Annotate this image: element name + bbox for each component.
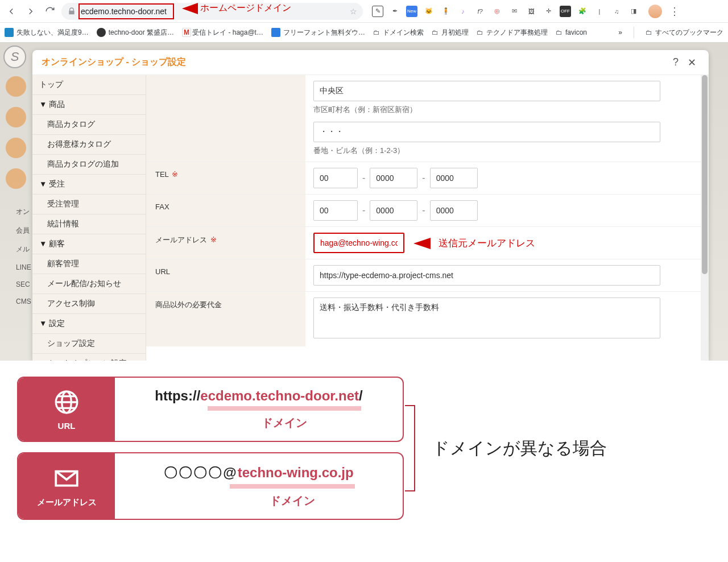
email-domain: techno-wing.co.jp: [238, 465, 354, 480]
bookmark-item[interactable]: 🗀月初処理: [432, 28, 469, 38]
bookmarks-bar: 失敗しない、満足度9… techno-door 繁盛店… M受信トレイ - ha…: [0, 23, 728, 42]
back-button[interactable]: [3, 3, 19, 19]
ext-icon[interactable]: ✎: [372, 6, 383, 17]
tel-3-input[interactable]: [430, 168, 478, 188]
url-card-title: URL: [58, 421, 76, 431]
fax-2-input[interactable]: [370, 200, 417, 221]
globe-icon: [52, 388, 81, 416]
other-fee-input[interactable]: [313, 297, 660, 338]
ext-icon[interactable]: ✒: [389, 6, 400, 17]
annotation-email-label: 送信元メールアドレス: [413, 237, 535, 250]
bookmark-item[interactable]: 🗀favicon: [556, 28, 587, 36]
tel-2-input[interactable]: [370, 168, 417, 188]
modal-shop-settings: オンラインショップ - ショップ設定 ? ✕ トップ▼ 商品商品カタログお得意様…: [32, 50, 709, 361]
url-input[interactable]: [313, 265, 660, 286]
sidebar-item[interactable]: ショップ設定: [32, 334, 146, 354]
ext-icon[interactable]: 🐱: [423, 6, 435, 17]
all-bookmarks[interactable]: 🗀すべてのブックマーク: [646, 28, 723, 38]
ext-icon[interactable]: f?: [474, 6, 486, 17]
email-local: 〇〇〇〇@: [164, 465, 237, 480]
sidebar-item[interactable]: 受注管理: [32, 195, 146, 214]
forward-button[interactable]: [23, 3, 39, 19]
scrollbar[interactable]: [701, 75, 709, 361]
ext-icon[interactable]: OFF: [560, 6, 571, 17]
sidebar-item[interactable]: 統計情報: [32, 214, 146, 234]
fax-1-input[interactable]: [313, 200, 358, 221]
bg-left-labels: オン会員メル LINESECCMS: [16, 207, 31, 305]
form-area: 市区町村名（例：新宿区新宿） 番地・ビル名（例：1-2-3） TEL ※ -: [146, 75, 709, 361]
bookmark-item[interactable]: 🗀ドメイン検索: [373, 28, 424, 38]
chrome-menu-icon[interactable]: ⋮: [668, 5, 681, 18]
mail-icon: [52, 464, 81, 493]
bookmark-star-icon[interactable]: ☆: [350, 7, 357, 16]
address-hint: 番地・ビル名（例：1-2-3）: [313, 146, 693, 156]
tel-label: TEL: [155, 170, 168, 179]
bookmark-item[interactable]: 失敗しない、満足度9…: [5, 28, 89, 38]
other-fee-label: 商品以外の必要代金: [146, 292, 305, 346]
city-hint: 市区町村名（例：新宿区新宿）: [313, 105, 693, 115]
email-label: メールアドレス: [155, 235, 207, 244]
sidebar-item[interactable]: 商品カタログ: [32, 115, 146, 135]
email-input[interactable]: [313, 233, 404, 253]
domain-label: ドメイン: [270, 493, 315, 509]
address-bar[interactable]: ecdemo.techno-door.net ☆: [61, 3, 363, 20]
modal-header: オンラインショップ - ショップ設定 ? ✕: [32, 50, 709, 75]
url-label: URL: [146, 259, 305, 291]
diagram-headline: ドメインが異なる場合: [432, 437, 607, 460]
modal-sidebar: トップ▼ 商品商品カタログお得意様カタログ商品カタログの追加▼ 受注受注管理統計…: [32, 75, 146, 361]
site-info-icon: [67, 7, 76, 16]
sidebar-item[interactable]: カートオプション設定: [32, 354, 146, 361]
ext-icon[interactable]: New: [406, 6, 417, 17]
mail-card-title: メールアドレス: [37, 497, 97, 508]
url-domain: ecdemo.techno-door.net/: [200, 388, 362, 403]
tel-1-input[interactable]: [313, 168, 358, 188]
diagram-bracket: [405, 405, 415, 491]
sidebar-item[interactable]: アクセス制御: [32, 294, 146, 314]
ext-icon[interactable]: 🖼: [526, 6, 537, 17]
sidebar-item[interactable]: 顧客管理: [32, 254, 146, 274]
close-button[interactable]: ✕: [684, 55, 700, 71]
diagram-url-card: URL https://ecdemo.techno-door.net/ ドメイン: [17, 377, 404, 442]
sidebar-item[interactable]: ▼ 設定: [32, 314, 146, 334]
fax-label: FAX: [146, 195, 305, 226]
ext-icon[interactable]: 🧍: [440, 6, 452, 17]
address-url: ecdemo.techno-door.net: [81, 7, 350, 16]
help-button[interactable]: ?: [668, 55, 684, 71]
browser-toolbar: ecdemo.techno-door.net ☆ ホームページドメイン ✎ ✒ …: [0, 0, 728, 23]
ext-icon[interactable]: ◎: [491, 6, 503, 17]
sidebar-item[interactable]: メール配信/お知らせ: [32, 274, 146, 294]
sidebar-item[interactable]: お得意様カタログ: [32, 135, 146, 155]
extensions-menu-icon[interactable]: 🧩: [577, 6, 588, 17]
bookmark-item[interactable]: techno-door 繁盛店…: [97, 28, 174, 38]
bookmarks-overflow[interactable]: »: [618, 28, 622, 36]
profile-avatar[interactable]: [648, 5, 662, 18]
bookmark-item[interactable]: 🗀テクノドア事務処理: [477, 28, 548, 38]
sidebar-item[interactable]: トップ: [32, 75, 146, 95]
sidebar-item[interactable]: ▼ 商品: [32, 95, 146, 115]
page-backdrop: S オン会員メル LINESECCMS オンラインショップ - ショップ設定 ?…: [0, 42, 728, 361]
ext-icon[interactable]: ♫: [611, 6, 622, 17]
sidebar-item[interactable]: ▼ 受注: [32, 175, 146, 195]
sidebar-item[interactable]: 商品カタログの追加: [32, 155, 146, 175]
domain-label: ドメイン: [262, 415, 307, 431]
url-protocol: https://: [155, 388, 200, 403]
bookmark-item[interactable]: フリーフォント無料ダウ…: [271, 28, 365, 38]
ext-icon[interactable]: ♪: [457, 6, 469, 17]
sidepanel-icon[interactable]: ◨: [628, 6, 639, 17]
extensions-area: ✎ ✒ New 🐱 🧍 ♪ f? ◎ ✉ 🖼 ✛ OFF 🧩 | ♫ ◨ ⋮: [372, 5, 681, 18]
fax-3-input[interactable]: [430, 200, 478, 221]
bookmark-item[interactable]: M受信トレイ - haga@t…: [182, 28, 263, 38]
ext-icon[interactable]: |: [594, 6, 605, 17]
diagram-mail-card: メールアドレス 〇〇〇〇@techno-wing.co.jp ドメイン: [17, 452, 404, 520]
modal-title: オンラインショップ - ショップ設定: [42, 56, 186, 68]
ext-icon[interactable]: ✉: [508, 6, 520, 17]
reload-button[interactable]: [42, 3, 58, 19]
ext-icon[interactable]: ✛: [543, 6, 554, 17]
sidebar-item[interactable]: ▼ 顧客: [32, 234, 146, 254]
city-input[interactable]: [313, 81, 660, 101]
diagram: URL https://ecdemo.techno-door.net/ ドメイン…: [0, 361, 728, 537]
address-input[interactable]: [313, 122, 660, 142]
bg-left-tools: [0, 59, 31, 189]
